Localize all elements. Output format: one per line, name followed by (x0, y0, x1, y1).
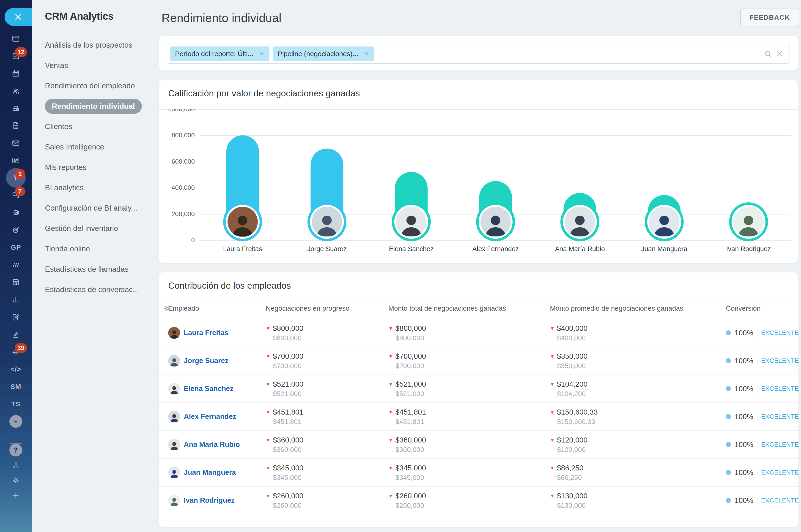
sidebar-item[interactable]: Gestión del inventario (32, 218, 157, 239)
group-ts-item: TS (11, 400, 20, 408)
feedback-button[interactable]: FEEDBACK (740, 8, 799, 27)
column-header[interactable]: Monto total de negociaciones ganadas (388, 304, 550, 312)
rail-item[interactable]: TS (0, 399, 32, 409)
sidebar-item[interactable]: Análisis de los prospectos (32, 35, 157, 55)
remove-chip-icon[interactable]: ✕ (259, 50, 265, 57)
rail-item[interactable] (0, 138, 32, 148)
trend-down-icon: ▼ (266, 382, 271, 387)
sidebar-item[interactable]: Mis reportes (32, 157, 157, 177)
avatar (565, 207, 595, 237)
trend-down-icon: ▼ (550, 466, 555, 471)
total-won-previous: $451,801 (396, 418, 550, 425)
deals-in-progress-previous: $345,000 (273, 474, 388, 481)
chart-card: Calificación por valor de negociaciones … (159, 80, 798, 263)
share-icon (12, 461, 20, 469)
table-row[interactable]: Ivan Rodriguez ▼$260,000 $260,000 ▼$260,… (159, 486, 798, 514)
table-row[interactable]: Elena Sanchez ▼$521,000 $521,000 ▼$521,0… (159, 375, 798, 402)
rail-icon-wrap (12, 313, 20, 321)
search-icon[interactable] (764, 50, 772, 58)
employee-name-link[interactable]: Ana María Rubio (184, 440, 240, 449)
chart-avatar-bulb[interactable] (308, 202, 346, 241)
chart-avatar-bulb[interactable] (645, 202, 684, 241)
rail-item[interactable] (0, 475, 32, 485)
rail-item[interactable]: 39 (0, 346, 32, 357)
rail-item[interactable] (0, 260, 32, 270)
sidebar-item[interactable]: Estadísticas de llamadas (32, 259, 157, 279)
chart-avatar-bulb[interactable] (560, 202, 599, 241)
trend-down-icon: ▼ (388, 326, 393, 331)
rail-item[interactable] (0, 225, 32, 235)
rail-item[interactable] (0, 294, 32, 305)
rail-item[interactable]: 1 (0, 173, 32, 183)
chart-avatar-bulb[interactable] (729, 202, 768, 241)
total-won-value: $345,000 (396, 464, 426, 472)
trend-down-icon: ▼ (266, 466, 271, 471)
filter-chip[interactable]: Período del reporte: Últi... ✕ (170, 46, 270, 61)
rail-item[interactable]: ? (0, 445, 32, 455)
remove-chip-icon[interactable]: ✕ (364, 50, 369, 57)
sidebar-item[interactable]: Ventas (32, 55, 157, 76)
rail-item[interactable]: 12 (0, 51, 32, 61)
column-header[interactable]: Negociaciones en progreso (266, 304, 388, 312)
rail-item[interactable] (0, 86, 32, 96)
table-row[interactable]: Juan Manguera ▼$345,000 $345,000 ▼$345,0… (159, 458, 798, 486)
column-header[interactable]: Conversión (726, 304, 789, 312)
rail-item[interactable] (0, 120, 32, 131)
filter-chip[interactable]: Pipeline (negociaciones)... ✕ (273, 46, 375, 61)
table-row[interactable]: Jorge Suarez ▼$700,000 $700,000 ▼$700,00… (159, 346, 798, 375)
rail-item[interactable]: 7 (0, 190, 32, 201)
avatar (480, 207, 511, 237)
rail-item[interactable] (0, 329, 32, 340)
clear-filter-icon[interactable] (775, 50, 784, 58)
person-avatar-icon (169, 328, 179, 339)
employee-name-link[interactable]: Elena Sanchez (184, 384, 234, 393)
sidebar-item[interactable]: Configuración de BI analy... (32, 198, 157, 218)
employee-name-link[interactable]: Laura Freitas (184, 329, 229, 337)
chart-bar-slot (538, 109, 622, 263)
rating-badge: EXCELENTE (761, 469, 799, 476)
column-header[interactable]: Monto promedio de negociaciones ganadas (550, 304, 726, 312)
mail-icon (12, 139, 20, 147)
notification-badge: 12 (15, 47, 27, 57)
column-header[interactable]: Empleado (168, 304, 266, 312)
employee-name-link[interactable]: Juan Manguera (184, 468, 236, 477)
rail-item[interactable]: GP (0, 242, 32, 253)
rail-item[interactable] (0, 207, 32, 218)
sidebar-item[interactable]: Tienda online (32, 239, 157, 259)
person-avatar-icon (169, 384, 179, 395)
employee-name-link[interactable]: Jorge Suarez (184, 357, 229, 365)
chart-avatar-bulb[interactable] (392, 202, 431, 241)
rail-icon-wrap (12, 278, 20, 286)
sidebar-item[interactable]: Rendimiento individual (32, 96, 157, 116)
table-row[interactable]: Alex Fernandez ▼$451,801 $451,801 ▼$451,… (159, 402, 798, 430)
rail-item[interactable] (0, 34, 32, 44)
rail-item[interactable] (0, 155, 32, 166)
rail-item[interactable] (0, 460, 32, 470)
sidebar-item[interactable]: BI analytics (32, 177, 157, 198)
rail-item[interactable] (0, 490, 32, 500)
chart-avatar-bulb[interactable] (476, 202, 515, 241)
sidebar-item[interactable]: Rendimiento del empleado (32, 76, 157, 96)
table-row[interactable]: Laura Freitas ▼$800,000 $800,000 ▼$800,0… (159, 319, 798, 346)
close-menu-button[interactable] (4, 8, 32, 26)
rail-item[interactable]: </> (0, 364, 32, 375)
rail-item[interactable] (0, 68, 32, 79)
group-sm-item: SM (11, 383, 21, 391)
rail-item[interactable]: SM (0, 381, 32, 392)
sidebar-item[interactable]: Sales Intelligence (32, 137, 157, 157)
employee-name-link[interactable]: Alex Fernandez (184, 413, 236, 421)
conversion-divider (757, 385, 758, 393)
filter-input[interactable]: Período del reporte: Últi... ✕ Pipeline … (167, 44, 790, 64)
sidebar-item[interactable]: Clientes (32, 116, 157, 137)
rail-item[interactable] (0, 416, 32, 427)
table-header-row: Empleado Negociaciones en progreso Monto… (159, 298, 798, 319)
chart-category-labels: Laura FreitasJorge SuarezElena SanchezAl… (200, 245, 791, 253)
chart-avatar-bulb[interactable] (223, 202, 262, 241)
employee-name-link[interactable]: Ivan Rodriguez (184, 496, 235, 505)
table-row[interactable]: Ana María Rubio ▼$360,000 $360,000 ▼$360… (159, 430, 798, 458)
rail-item[interactable] (0, 312, 32, 322)
sidebar-item[interactable]: Estadísticas de conversac... (32, 279, 157, 300)
rail-item[interactable] (0, 277, 32, 287)
rail-item[interactable] (0, 103, 32, 114)
employee-cell: Laura Freitas (168, 327, 266, 339)
